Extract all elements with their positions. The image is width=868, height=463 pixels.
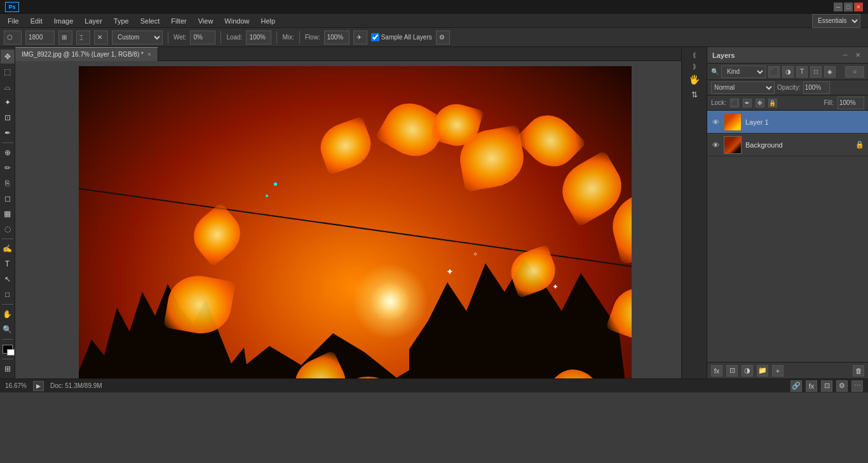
maximize-button[interactable]: □ xyxy=(844,3,853,11)
screen-mode-btn[interactable]: ⊞ xyxy=(1,362,15,376)
dodge-tool[interactable]: ◌ xyxy=(1,222,15,236)
eraser-tool[interactable]: ◻ xyxy=(1,191,15,205)
brush-size-input[interactable] xyxy=(25,31,55,45)
gradient-tool[interactable]: ▦ xyxy=(1,207,15,221)
panel-collapse-btn[interactable]: ⟪ xyxy=(689,50,700,60)
separator-3 xyxy=(276,31,277,44)
status-extra-btn[interactable]: ⋯ xyxy=(851,380,863,392)
minimize-button[interactable]: ─ xyxy=(834,3,843,11)
brush-tool[interactable]: ✏ xyxy=(1,161,15,175)
brush-preset-btn[interactable]: ⬡ xyxy=(4,31,22,45)
background-color[interactable] xyxy=(7,349,15,356)
preset-select[interactable]: Custom xyxy=(112,31,163,45)
layers-panel-title: Layers xyxy=(712,52,735,59)
layer-fx-btn[interactable]: fx xyxy=(711,365,722,377)
zoom-navigate-btn[interactable]: ▶ xyxy=(33,381,44,391)
extra-options-btn[interactable]: ⚙ xyxy=(436,31,450,45)
opacity-label: Opacity: xyxy=(777,84,801,91)
canvas-image[interactable]: ✦ ✦ ✧ Activate Windows Go to Settings to… xyxy=(79,66,632,378)
foreground-color[interactable] xyxy=(3,345,13,354)
status-link-btn[interactable]: 🔗 xyxy=(790,380,802,392)
blend-mode-select[interactable]: Normal xyxy=(711,81,775,94)
menu-type[interactable]: Type xyxy=(109,16,134,26)
layers-collapse-btn[interactable]: ─ xyxy=(840,50,850,60)
filter-adjust-btn[interactable]: ◑ xyxy=(782,66,794,78)
mini-tool-1[interactable]: 🖐 xyxy=(688,73,702,86)
layer1-visibility-toggle[interactable]: 👁 xyxy=(711,118,720,127)
layer-mask-btn[interactable]: ⊡ xyxy=(726,365,738,377)
layer-row-background[interactable]: 👁 Background 🔒 xyxy=(707,134,868,156)
crop-tool[interactable]: ⊡ xyxy=(1,111,15,125)
status-fx-btn[interactable]: fx xyxy=(806,380,817,392)
sample-all-layers-label: Sample All Layers xyxy=(381,34,432,41)
opacity-input[interactable] xyxy=(803,81,830,94)
lasso-tool[interactable]: ⌓ xyxy=(1,80,15,94)
lock-move-btn[interactable]: ✥ xyxy=(756,99,764,107)
shape-tool[interactable]: □ xyxy=(1,287,15,301)
move-tool[interactable]: ✥ xyxy=(1,50,15,64)
background-visibility-toggle[interactable]: 👁 xyxy=(711,141,720,149)
layer-delete-btn[interactable]: 🗑 xyxy=(853,365,864,377)
menu-image[interactable]: Image xyxy=(49,16,79,26)
load-input[interactable] xyxy=(246,31,271,45)
layer-new-btn[interactable]: + xyxy=(772,365,783,377)
layer-adjust-btn[interactable]: ◑ xyxy=(742,365,753,377)
menu-window[interactable]: Window xyxy=(219,16,254,26)
lock-pixels-btn[interactable]: ⬛ xyxy=(730,99,739,107)
menu-layer[interactable]: Layer xyxy=(79,16,107,26)
lock-position-btn[interactable]: ✒ xyxy=(743,99,752,107)
brush-erase-btn[interactable]: ✕ xyxy=(94,31,108,45)
zoom-tool[interactable]: 🔍 xyxy=(1,322,15,336)
marquee-tool[interactable]: ⬚ xyxy=(1,65,15,79)
filter-shape-btn[interactable]: □ xyxy=(810,66,822,78)
brush-options-btn[interactable]: ⊞ xyxy=(58,31,72,45)
wand-tool[interactable]: ✦ xyxy=(1,95,15,109)
mix-label: Mix: xyxy=(282,34,294,41)
filter-smart-btn[interactable]: ◈ xyxy=(824,66,836,78)
airbrush-btn[interactable]: ✈ xyxy=(353,31,367,45)
menu-file[interactable]: File xyxy=(3,16,24,26)
doc-size: Doc: 51.3M/89.9M xyxy=(50,382,102,389)
flow-label: Flow: xyxy=(305,34,320,41)
wet-input[interactable] xyxy=(190,31,215,45)
heal-tool[interactable]: ⊕ xyxy=(1,146,15,160)
fill-input[interactable] xyxy=(837,97,864,109)
status-settings-btn[interactable]: ⚙ xyxy=(836,380,848,392)
title-bar-controls[interactable]: ─ □ ✕ xyxy=(834,3,863,11)
layers-close-btn[interactable]: ✕ xyxy=(853,50,863,60)
canvas-tab[interactable]: IMG_8922.jpg @ 16.7% (Layer 1, RGB/8) * … xyxy=(15,47,158,61)
tab-close-btn[interactable]: × xyxy=(147,51,151,58)
eyedropper-tool[interactable]: ✒ xyxy=(1,126,15,140)
panel-expand-btn[interactable]: ⟫ xyxy=(689,61,700,71)
brush-mode-btn[interactable]: ⌶ xyxy=(76,31,90,45)
layer-group-btn[interactable]: 📁 xyxy=(757,365,768,377)
sample-all-layers-checkbox[interactable] xyxy=(371,33,379,41)
background-thumbnail xyxy=(724,136,742,154)
status-mask-btn[interactable]: ⊡ xyxy=(821,380,832,392)
pen-tool[interactable]: ✍ xyxy=(1,242,15,256)
menu-edit[interactable]: Edit xyxy=(25,16,48,26)
filter-pixel-btn[interactable]: ⬛ xyxy=(768,66,780,78)
hand-tool[interactable]: ✋ xyxy=(1,307,15,321)
menu-view[interactable]: View xyxy=(193,16,219,26)
sparkle-1: ✦ xyxy=(446,266,454,277)
close-button[interactable]: ✕ xyxy=(854,3,863,11)
cyan-dot-2 xyxy=(266,195,268,197)
filter-text-btn[interactable]: T xyxy=(796,66,808,78)
flow-input[interactable] xyxy=(324,31,349,45)
wet-label: Wet: xyxy=(173,34,186,41)
color-swatches[interactable] xyxy=(1,342,15,356)
menu-select[interactable]: Select xyxy=(135,16,165,26)
path-select-tool[interactable]: ↖ xyxy=(1,272,15,286)
text-tool[interactable]: T xyxy=(1,257,15,271)
mini-tool-2[interactable]: ⇅ xyxy=(688,88,702,102)
layer-row-layer1[interactable]: 👁 Layer 1 xyxy=(707,111,868,134)
title-bar-left: Ps xyxy=(5,2,19,12)
menu-filter[interactable]: Filter xyxy=(166,16,191,26)
menu-help[interactable]: Help xyxy=(255,16,280,26)
layer-filter-select[interactable]: Kind xyxy=(721,66,766,78)
clone-tool[interactable]: ⎘ xyxy=(1,176,15,190)
essentials-select[interactable]: Essentials xyxy=(812,14,860,28)
lock-all-btn[interactable]: 🔒 xyxy=(768,99,777,107)
filter-toggle-btn[interactable]: ○ xyxy=(845,66,864,78)
